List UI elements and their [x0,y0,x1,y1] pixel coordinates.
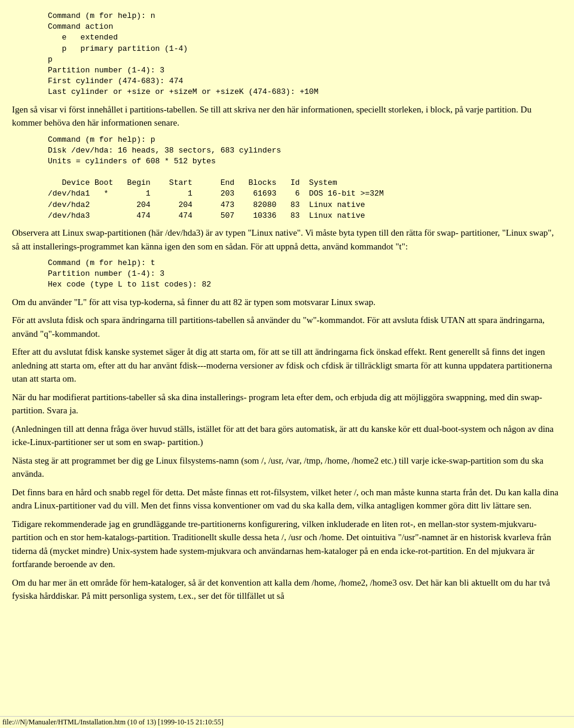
paragraph-6: När du har modifierat partitions-tabelle… [12,391,562,418]
paragraph-10: Tidigare rekommenderade jag en grundlägg… [12,517,562,571]
page-content: Command (m for help): n Command action e… [12,11,562,603]
terminal-block-2: Command (m for help): p Disk /dev/hda: 1… [48,135,562,222]
paragraph-3: Om du använder "L" för att visa typ-kode… [12,296,562,309]
status-text: file:///N|/Manualer/HTML/Installation.ht… [2,718,224,726]
status-bar: file:///N|/Manualer/HTML/Installation.ht… [0,716,574,728]
paragraph-1: Igen så visar vi först innehållet i part… [12,103,562,130]
paragraph-2: Observera att Linux swap-partitionen (hä… [12,226,562,253]
paragraph-8: Nästa steg är att programmet ber dig ge … [12,454,562,481]
paragraph-11: Om du har mer än ett område för hem-kata… [12,576,562,603]
terminal-block-3: Command (m for help): t Partition number… [48,258,562,291]
terminal-block-1: Command (m for help): n Command action e… [48,11,562,98]
paragraph-4: För att avsluta fdisk och spara ändringa… [12,313,562,340]
paragraph-7: (Anledningen till att denna fråga över h… [12,422,562,449]
paragraph-5: Efter att du avslutat fdisk kanske syste… [12,345,562,386]
paragraph-9: Det finns bara en hård och snabb regel f… [12,486,562,513]
